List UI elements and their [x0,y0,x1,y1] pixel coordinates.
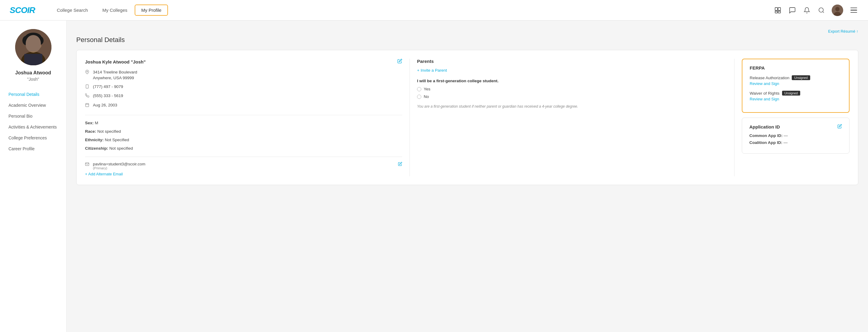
student-full-name: Joshua Kyle Atwood "Josh" [85,59,146,64]
sidebar-item-personal-details[interactable]: Personal Details [6,89,60,100]
dob-text: Aug 26, 2003 [93,102,117,108]
hamburger-menu[interactable] [849,6,858,14]
first-gen-question: I will be a first-generation college stu… [417,78,727,83]
application-id-card: Application ID Common App ID: — [742,118,849,154]
race-row: Race: Not specified [85,129,402,135]
email-row: pavlina+student3@scoir.com (Primary) [85,162,402,170]
profile-avatar [15,29,52,65]
common-app-id-row: Common App ID: — [749,133,842,138]
sex-value: M [95,121,98,125]
radio-no-circle [417,95,421,99]
email-icon [85,162,90,167]
svg-rect-2 [775,11,777,13]
header-actions [774,4,858,16]
email-type: (Primary) [93,166,145,170]
personal-details-card: Joshua Kyle Atwood "Josh" [76,50,858,185]
home-phone-text: (555) 333 - 5619 [93,93,123,99]
yes-label: Yes [424,87,430,91]
coalition-app-id-row: Coalition App ID: — [749,140,842,145]
export-resume-link[interactable]: Export Résumé ↑ [828,29,858,34]
nav-college-search[interactable]: College Search [50,1,95,19]
radio-yes-circle [417,87,421,91]
logo[interactable]: SCOIR [10,5,35,15]
ferpa-title: FERPA [750,65,842,70]
edit-email-icon[interactable] [398,162,402,167]
ethnicity-value: Not Specified [105,138,129,142]
content-area: Export Résumé ↑ Personal Details Joshua … [67,21,868,332]
bell-icon[interactable] [803,6,811,14]
release-auth-row: Release Authorization Unsigned Review an… [750,75,842,86]
phone-icon [85,93,90,99]
citizenship-value: Not specified [109,146,133,151]
invite-parent-link[interactable]: + Invite a Parent [417,68,727,73]
common-app-label: Common App ID: [749,133,783,138]
sidebar: Joshua Atwood "Josh" Personal Details Ac… [0,21,67,332]
sidebar-item-personal-bio[interactable]: Personal Bio [6,111,60,122]
race-label: Race: [85,129,97,134]
page-title: Personal Details [76,36,858,44]
ethnicity-row: Ethnicity: Not Specified [85,137,402,143]
edit-name-icon[interactable] [397,59,402,65]
personal-info-section: Joshua Kyle Atwood "Josh" [85,59,410,176]
release-auth-label-row: Release Authorization Unsigned [750,75,842,80]
waiver-rights-label: Waiver of Rights [750,91,780,96]
no-label: No [424,94,429,99]
svg-point-14 [36,36,43,45]
export-resume-row: Export Résumé ↑ [76,29,858,34]
svg-point-7 [835,7,840,11]
sidebar-nickname: "Josh" [6,77,60,81]
svg-rect-20 [86,103,89,107]
card-grid: Joshua Kyle Atwood "Josh" [85,59,849,176]
common-app-value: — [784,133,788,138]
sex-label: Sex: [85,121,95,125]
name-row: Joshua Kyle Atwood "Josh" [85,59,402,65]
sidebar-item-career-profile[interactable]: Career Profile [6,143,60,154]
waiver-review-link[interactable]: Review and Sign [750,97,842,101]
edit-app-id-icon[interactable] [837,124,842,130]
release-auth-label: Release Authorization [750,75,789,80]
svg-rect-18 [86,85,88,88]
first-gen-no[interactable]: No [417,94,727,99]
citizenship-label: Citizenship: [85,146,109,151]
divider-1 [85,115,402,115]
chat-icon[interactable] [788,6,797,14]
parents-title: Parents [417,59,727,64]
email-info: pavlina+student3@scoir.com (Primary) [93,162,145,170]
svg-point-11 [26,36,41,53]
sidebar-item-academic-overview[interactable]: Academic Overview [6,100,60,111]
birthday-icon [85,103,90,109]
nav-my-profile[interactable]: My Profile [135,4,168,16]
sidebar-item-college-preferences[interactable]: College Preferences [6,132,60,143]
mobile-icon [85,85,90,91]
mobile-phone-text: (777) 497 - 9079 [93,84,123,90]
email-address: pavlina+student3@scoir.com [93,162,145,166]
ethnicity-label: Ethnicity: [85,138,105,142]
coalition-label: Coalition App ID: [749,140,782,145]
search-icon[interactable] [817,6,826,14]
contact-info-list: 3414 Treeline BoulevardAnywhere, USA 999… [85,70,402,109]
svg-line-5 [823,11,824,13]
waiver-rights-row: Waiver of Rights Unsigned Review and Sig… [750,91,842,101]
svg-point-12 [25,33,42,43]
waiver-rights-label-row: Waiver of Rights Unsigned [750,91,842,96]
svg-rect-1 [778,7,780,10]
right-column: FERPA Release Authorization Unsigned Rev… [735,59,849,176]
release-review-link[interactable]: Review and Sign [750,81,842,86]
main-nav: College Search My Colleges My Profile [50,1,774,19]
svg-point-17 [87,71,88,72]
mobile-phone-item: (777) 497 - 9079 [85,84,402,91]
first-gen-yes[interactable]: Yes [417,87,727,91]
compass-icon[interactable] [774,6,782,14]
svg-point-4 [819,7,824,12]
add-alternate-email-link[interactable]: + Add Alternate Email [85,172,402,176]
avatar[interactable] [832,4,843,16]
main-container: Joshua Atwood "Josh" Personal Details Ac… [0,21,868,332]
header: SCOIR College Search My Colleges My Prof… [0,0,868,21]
divider-2 [85,157,402,157]
nav-my-colleges[interactable]: My Colleges [95,1,135,19]
sex-row: Sex: M [85,120,402,126]
location-icon [85,70,90,76]
sidebar-item-activities[interactable]: Activities & Achievements [6,122,60,132]
first-gen-radio-group: Yes No [417,87,727,99]
app-id-title: Application ID [749,124,780,129]
